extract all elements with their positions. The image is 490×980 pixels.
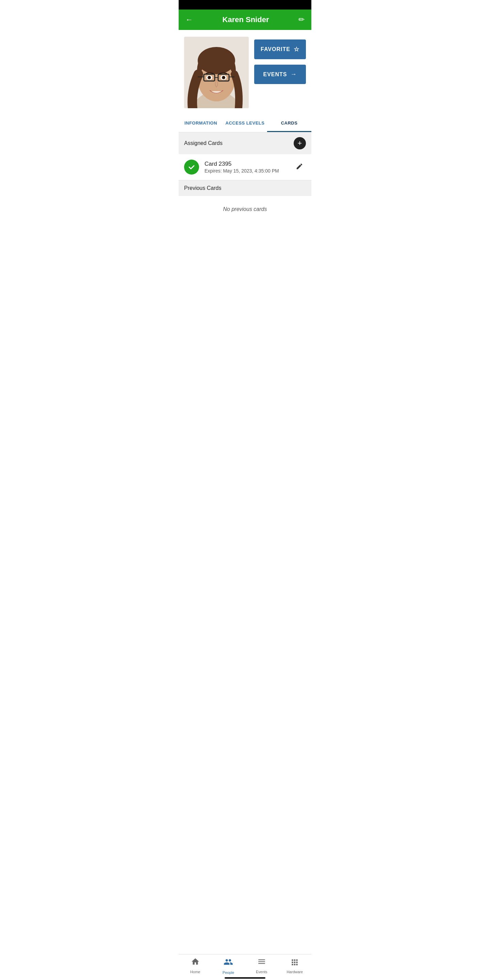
tab-access-levels[interactable]: ACCESS LEVELS (223, 115, 267, 132)
status-bar (179, 0, 311, 10)
profile-actions: FAVORITE ☆ EVENTS → (254, 37, 306, 108)
profile-section: FAVORITE ☆ EVENTS → (179, 30, 311, 115)
assigned-cards-title: Assigned Cards (184, 140, 223, 146)
card-name: Card 2395 (205, 161, 288, 167)
main-content: FAVORITE ☆ EVENTS → INFORMATION ACCESS L… (179, 30, 311, 250)
tab-information[interactable]: INFORMATION (179, 115, 223, 132)
favorite-button[interactable]: FAVORITE ☆ (254, 40, 306, 59)
page-title: Karen Snider (223, 15, 269, 24)
no-previous-cards: No previous cards (179, 196, 311, 223)
profile-photo (184, 37, 249, 108)
header: ← Karen Snider ✏ (179, 10, 311, 30)
card-expires: Expires: May 15, 2023, 4:35:00 PM (205, 168, 288, 173)
back-button[interactable]: ← (185, 15, 193, 24)
card-check-icon (184, 159, 199, 175)
card-info: Card 2395 Expires: May 15, 2023, 4:35:00… (205, 161, 288, 173)
tab-cards[interactable]: CARDS (267, 115, 311, 132)
assigned-cards-header: Assigned Cards + (179, 132, 311, 154)
favorite-label: FAVORITE (261, 46, 290, 52)
svg-point-7 (198, 47, 235, 74)
tabs: INFORMATION ACCESS LEVELS CARDS (179, 115, 311, 132)
card-item: Card 2395 Expires: May 15, 2023, 4:35:00… (179, 154, 311, 180)
events-button[interactable]: EVENTS → (254, 65, 306, 84)
card-edit-button[interactable] (293, 160, 306, 175)
previous-cards-title: Previous Cards (184, 185, 221, 191)
events-label: EVENTS (263, 72, 287, 78)
svg-point-17 (209, 76, 210, 78)
star-icon: ☆ (294, 46, 299, 53)
arrow-right-icon: → (291, 71, 297, 78)
svg-point-18 (223, 76, 224, 78)
previous-cards-header: Previous Cards (179, 180, 311, 196)
edit-button[interactable]: ✏ (298, 15, 305, 24)
add-card-button[interactable]: + (294, 137, 306, 150)
